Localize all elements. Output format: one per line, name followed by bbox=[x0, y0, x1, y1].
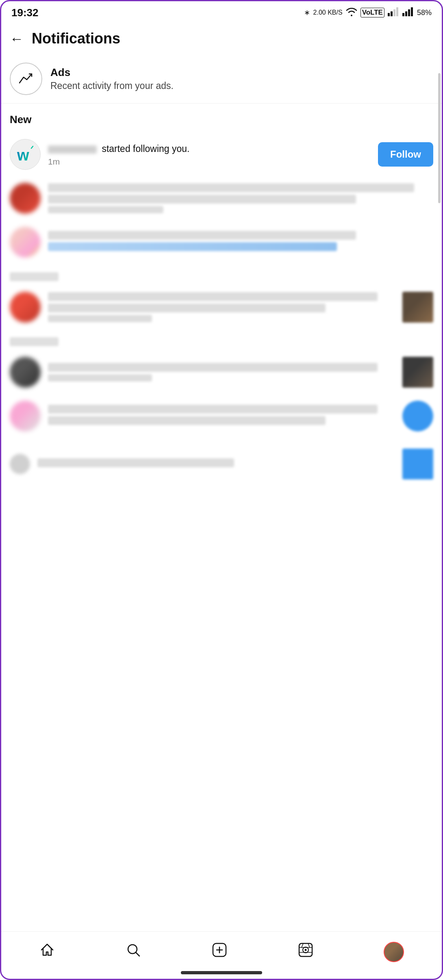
notif-6-thumb bbox=[402, 401, 433, 431]
ads-text: Ads Recent activity from your ads. bbox=[50, 66, 174, 91]
notif-5-line1 bbox=[48, 363, 378, 372]
nav-home[interactable] bbox=[33, 939, 62, 965]
follow-notif-time: 1m bbox=[48, 157, 371, 167]
avatar-5 bbox=[10, 357, 41, 388]
svg-rect-2 bbox=[393, 9, 395, 16]
notification-follow: w started following you. 1m Follow bbox=[0, 132, 443, 176]
follow-button[interactable]: Follow bbox=[378, 142, 433, 167]
notif-5-thumb bbox=[402, 357, 433, 388]
volte-icon: VoLTE bbox=[360, 8, 384, 17]
follow-action-text: started following you. bbox=[102, 143, 189, 154]
svg-rect-1 bbox=[391, 11, 393, 16]
notif-4-line1 bbox=[48, 292, 378, 301]
avatar-2 bbox=[10, 183, 41, 214]
avatar-4 bbox=[10, 292, 41, 323]
nav-reels[interactable] bbox=[291, 939, 320, 965]
section-divider-2-blurred bbox=[10, 337, 59, 346]
avatar-6 bbox=[10, 401, 41, 431]
notif-6-line1 bbox=[48, 405, 378, 414]
signal-icon bbox=[388, 7, 399, 18]
notification-4 bbox=[0, 285, 443, 329]
notification-3 bbox=[0, 220, 443, 264]
notif-4-time bbox=[48, 315, 152, 322]
create-icon bbox=[211, 942, 228, 962]
wifi-icon bbox=[346, 7, 357, 18]
notif-2-line1 bbox=[48, 183, 414, 192]
fade-overlay bbox=[0, 850, 443, 931]
status-icons: ∗ 2.00 KB/S VoLTE bbox=[304, 7, 432, 18]
avatar-wishlist: w bbox=[10, 139, 41, 170]
svg-rect-6 bbox=[408, 9, 410, 16]
status-bar: 19:32 ∗ 2.00 KB/S VoLTE bbox=[0, 0, 443, 23]
page-title: Notifications bbox=[32, 30, 120, 47]
notification-5 bbox=[0, 350, 443, 394]
nav-search[interactable] bbox=[119, 939, 148, 965]
notif-4-text bbox=[48, 292, 395, 322]
avatar-7 bbox=[10, 454, 30, 474]
follow-notif-main: started following you. bbox=[48, 142, 371, 155]
home-icon bbox=[39, 942, 55, 962]
notif-2-line2 bbox=[48, 195, 356, 204]
wishlist-logo: w bbox=[15, 144, 35, 165]
ads-icon-circle bbox=[10, 63, 42, 95]
svg-rect-3 bbox=[396, 7, 398, 16]
notif-5-text bbox=[48, 363, 395, 382]
notif-4-thumb bbox=[402, 292, 433, 323]
svg-rect-7 bbox=[411, 7, 413, 16]
nav-create[interactable] bbox=[205, 939, 234, 965]
home-bar bbox=[181, 971, 262, 974]
notif-3-line2 bbox=[48, 242, 337, 251]
notif-3-text bbox=[48, 231, 433, 254]
status-time: 19:32 bbox=[11, 7, 39, 19]
svg-line-10 bbox=[136, 952, 139, 956]
notification-2 bbox=[0, 176, 443, 220]
profile-avatar bbox=[384, 942, 404, 962]
new-section-label: New bbox=[0, 104, 443, 132]
notif-2-time bbox=[48, 206, 163, 213]
header: ← Notifications bbox=[0, 23, 443, 54]
notif-5-time bbox=[48, 374, 152, 382]
ads-row[interactable]: Ads Recent activity from your ads. bbox=[0, 54, 443, 104]
svg-line-19 bbox=[302, 943, 303, 947]
notification-7 bbox=[0, 442, 443, 486]
svg-line-20 bbox=[308, 943, 310, 947]
svg-text:w: w bbox=[17, 147, 29, 164]
notif-4-line2 bbox=[48, 304, 326, 312]
follow-notif-text: started following you. 1m bbox=[48, 142, 371, 167]
ads-trend-icon bbox=[18, 71, 34, 87]
data-speed: 2.00 KB/S bbox=[313, 9, 343, 16]
ads-title: Ads bbox=[50, 66, 174, 79]
battery-level: 58% bbox=[417, 9, 432, 17]
svg-rect-4 bbox=[402, 13, 404, 16]
notif-6-line2 bbox=[48, 416, 326, 425]
notif-2-text bbox=[48, 183, 433, 213]
nav-profile[interactable] bbox=[377, 939, 410, 965]
section-divider-blurred bbox=[10, 272, 59, 281]
back-button[interactable]: ← bbox=[10, 31, 24, 47]
svg-rect-0 bbox=[388, 13, 390, 16]
svg-rect-5 bbox=[405, 11, 407, 16]
notification-6 bbox=[0, 394, 443, 438]
search-icon bbox=[125, 942, 141, 962]
reels-icon bbox=[298, 942, 314, 962]
svg-point-16 bbox=[305, 949, 307, 951]
notif-6-text bbox=[48, 405, 395, 427]
notif-7-thumb bbox=[402, 449, 433, 479]
avatar-3 bbox=[10, 227, 41, 258]
bluetooth-icon: ∗ bbox=[304, 8, 310, 17]
notif-3-line1 bbox=[48, 231, 356, 240]
ads-subtitle: Recent activity from your ads. bbox=[50, 80, 174, 91]
notif-7-text bbox=[37, 458, 395, 470]
signal2-icon bbox=[402, 7, 414, 18]
notif-7-line1 bbox=[37, 458, 234, 467]
